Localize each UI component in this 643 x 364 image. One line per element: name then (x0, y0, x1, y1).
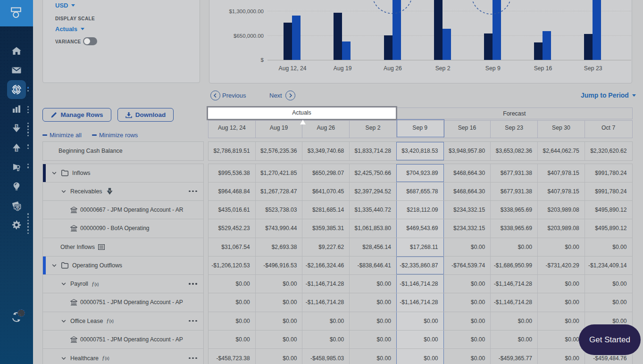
svg-text:$: $ (17, 207, 18, 211)
svg-text:$: $ (15, 87, 18, 92)
